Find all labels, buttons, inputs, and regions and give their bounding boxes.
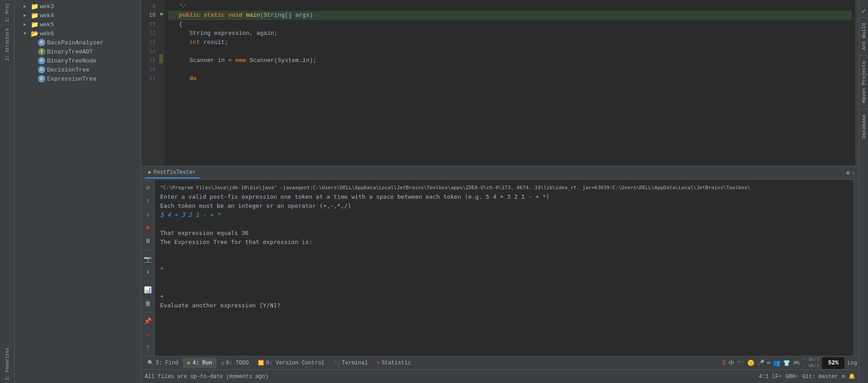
line-numbers: 9 10 11 12 13 14 15 16 17 — [141, 0, 159, 166]
tree-label-wek6: wek6 — [40, 30, 54, 37]
tree-item-backpain[interactable]: ▶ C BackPainAnalyzer — [14, 38, 141, 47]
tree-label-binarytreeadt: BinaryTreeADT — [47, 48, 93, 55]
code-line-9: */ — [168, 2, 852, 11]
run-marker-16 — [159, 63, 165, 72]
maven-projects-tab[interactable]: Maven Projects — [859, 55, 868, 108]
line-num-15: 15 — [141, 56, 159, 65]
project-toggle[interactable]: 1: Proj — [0, 0, 14, 25]
status-right: 4:1 LF÷ GBK÷ Git: master ⚙ 🔔 — [759, 373, 855, 380]
folder-icon-wek3: 📁 — [31, 3, 38, 10]
down-button[interactable]: ↓ — [142, 209, 154, 220]
run-settings-icon[interactable]: ⚙ — [846, 169, 850, 177]
run-line-13: Evaluate another expression [Y/N]? — [160, 301, 848, 310]
up-button[interactable]: ↑ — [142, 195, 154, 207]
run-line-9: * — [160, 265, 848, 274]
log-label[interactable]: Log — [847, 360, 857, 366]
network-info: ↑ 0K/s ↓ 0K/s — [803, 357, 819, 369]
line-num-9: 9 — [141, 2, 159, 11]
encoding[interactable]: GBK÷ — [786, 373, 799, 380]
run-icon: ▶ — [187, 359, 190, 366]
analyze-button[interactable]: 📊 — [142, 284, 154, 296]
run-scrollbar[interactable] — [854, 180, 859, 356]
class-icon-binarytreeadt: I — [38, 48, 45, 55]
tab-run[interactable]: ▶ 4: Run — [183, 358, 216, 368]
dump-button[interactable]: ⬇ — [142, 267, 154, 278]
tree-item-wek5[interactable]: ▶ 📁 wek5 — [14, 20, 141, 29]
run-arrow-icon: ▶ — [161, 11, 164, 17]
run-marker-9 — [159, 0, 165, 9]
run-marker-10: ▶ — [159, 9, 165, 18]
people-icon: 👥 — [773, 359, 780, 367]
line-num-16: 16 — [141, 65, 159, 74]
line-num-13: 13 — [141, 38, 159, 47]
run-marker-12 — [159, 27, 165, 36]
tree-label-binarytreenode: BinaryTreeNode — [47, 57, 96, 64]
tab-terminal-label: Terminal — [342, 360, 368, 366]
rerun-button[interactable]: ↺ — [142, 182, 154, 193]
tree-item-wek3[interactable]: ▶ 📁 wek3 — [14, 2, 141, 11]
tree-item-expressiontree[interactable]: ▶ C ExpressionTree — [14, 74, 141, 83]
class-icon-backpain: C — [38, 39, 45, 46]
run-tab-postfix[interactable]: ▶ PostfixTester — [145, 167, 199, 178]
left-sidebar: 1: Proj 2: Structure 2: Favorites — [0, 0, 14, 383]
help-button[interactable]: ? — [142, 342, 154, 354]
tab-todo[interactable]: ☑ 6: TODO — [217, 358, 253, 368]
run-close-icon[interactable]: ↓ — [852, 169, 855, 177]
todo-icon: ☑ — [221, 360, 224, 366]
download-speed: ↓ 0K/s — [803, 363, 819, 369]
tree-label-decisiontree: DecisionTree — [47, 67, 90, 73]
emoji-icon: 🙂 — [747, 359, 754, 367]
run-line-11 — [160, 283, 848, 292]
run-line-1: Enter a valid post-fix expression one to… — [160, 192, 848, 201]
stop-button[interactable]: ■ — [142, 222, 154, 234]
chinese-input-icon: 中 — [729, 359, 735, 367]
run-content[interactable]: "C:\Program Files\Java\jdk-10\bin\java" … — [155, 180, 854, 356]
settings-icon[interactable]: ⚙ — [842, 373, 845, 380]
dot-icon: °⁻ — [737, 359, 745, 367]
close-run-button[interactable]: ✕ — [142, 329, 154, 340]
tree-item-binarytreeadt[interactable]: ▶ I BinaryTreeADT — [14, 47, 141, 56]
status-bar: All files are up-to-date (moments ago) 4… — [141, 369, 859, 383]
toolbar-sep-3 — [143, 312, 152, 312]
tree-item-decisiontree[interactable]: ▶ C DecisionTree — [14, 65, 141, 74]
line-num-17: 17 — [141, 74, 159, 83]
trash-button[interactable]: 🗑 — [142, 298, 154, 310]
tab-statistic[interactable]: ● Statistic — [372, 358, 415, 368]
code-line-16 — [168, 65, 852, 74]
tree-item-wek4[interactable]: ▶ 📁 wek4 — [14, 11, 141, 20]
ant-build-tab[interactable]: Ant Build — [859, 17, 868, 55]
code-editor: 9 10 11 12 13 14 15 16 17 ▶ — [141, 0, 859, 166]
favorites-bottom[interactable]: 2: Favorites — [0, 345, 14, 383]
line-sep[interactable]: LF÷ — [772, 373, 782, 380]
tree-label-wek5: wek5 — [40, 21, 54, 28]
tab-find[interactable]: 🔍 3: Find — [143, 358, 183, 368]
sogou-icon: S — [722, 359, 726, 367]
database-tab[interactable]: Database — [859, 109, 868, 144]
mic-icon: 🎤 — [757, 359, 764, 367]
pin-button[interactable]: 📌 — [142, 315, 154, 327]
shirt-icon: 👕 — [783, 359, 790, 367]
run-panel-actions: ⚙ ↓ — [846, 169, 855, 177]
find-icon: 🔍 — [147, 360, 154, 366]
tab-find-label: 3: Find — [156, 360, 178, 366]
tree-item-wek6[interactable]: ▼ 📂 wek6 — [14, 29, 141, 38]
tree-item-binarytreenode[interactable]: ▶ C BinaryTreeNode — [14, 56, 141, 65]
class-icon-decisiontree: C — [38, 66, 45, 73]
favorites-toggle[interactable]: 2: Structure — [0, 25, 14, 63]
editor-scrollbar[interactable] — [855, 0, 859, 166]
tree-label-wek4: wek4 — [40, 12, 54, 19]
git-branch[interactable]: Git: master — [802, 373, 838, 380]
code-content[interactable]: */ public static void main(String[] args… — [165, 0, 855, 166]
cursor-position[interactable]: 4:1 — [759, 373, 769, 380]
run-line-4 — [160, 220, 848, 229]
tab-terminal[interactable]: ⬛ Terminal — [329, 358, 373, 368]
line-num-11: 11 — [141, 20, 159, 29]
upload-speed: ↑ 0K/s — [803, 357, 819, 363]
system-tray: S 中 °⁻ 🙂 🎤 ⌨ 👥 👕 🎮 ↑ 0K/s ↓ 0K/s 52% Log — [722, 357, 857, 369]
cpu-percent: 52% — [828, 359, 839, 366]
tab-version-control[interactable]: 🔀 9: Version Control — [253, 358, 329, 368]
camera-button[interactable]: 📷 — [142, 253, 154, 265]
pause-button[interactable]: ⏸ — [142, 235, 154, 247]
notification-icon[interactable]: 🔔 — [849, 373, 855, 380]
status-left: All files are up-to-date (moments ago) — [145, 373, 269, 380]
